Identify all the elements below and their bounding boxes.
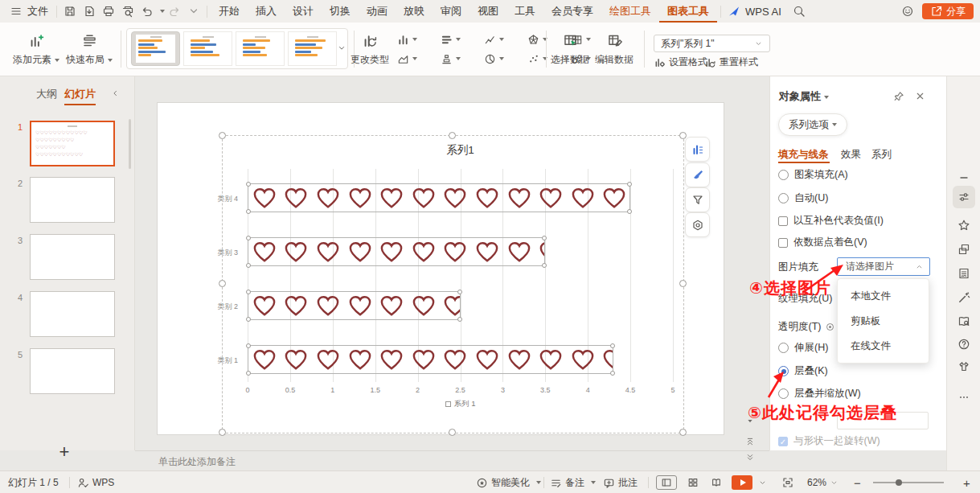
selection-handle[interactable] xyxy=(219,132,226,139)
selection-handle[interactable] xyxy=(679,429,687,436)
fit-screen-icon[interactable] xyxy=(781,476,794,489)
slide-thumbnail-4[interactable] xyxy=(30,291,115,337)
picture-menu-item-0[interactable]: 本地文件 xyxy=(838,284,929,309)
slideshow-play-button[interactable] xyxy=(732,475,752,490)
export-icon[interactable] xyxy=(80,0,99,23)
zoom-slider-knob[interactable] xyxy=(896,479,902,486)
tab-series[interactable]: 系列 xyxy=(871,148,892,162)
close-panel-icon[interactable] xyxy=(915,91,925,101)
wps-ai-label[interactable]: WPS AI xyxy=(744,0,789,23)
chart-style-thumb-4[interactable] xyxy=(288,31,337,66)
find-button[interactable] xyxy=(957,314,971,329)
radio-auto[interactable]: 自动(U) xyxy=(778,191,828,205)
chart-type-area-button[interactable] xyxy=(391,49,434,68)
slide-thumbnail-2[interactable] xyxy=(30,177,115,223)
sidebar-scrollbar[interactable] xyxy=(129,119,131,169)
slide-sorter-view-button[interactable] xyxy=(683,475,703,490)
menu-item-0[interactable]: 开始 xyxy=(211,0,248,23)
search-icon[interactable] xyxy=(789,0,809,23)
notes-bar[interactable]: 单击此处添加备注 xyxy=(135,450,769,470)
selection-handle[interactable] xyxy=(679,280,687,287)
slide-canvas[interactable]: 00.511.522.533.544.55系列1类别 4类别 3类别 2类别 1… xyxy=(158,103,724,434)
menu-item-2[interactable]: 设计 xyxy=(285,0,322,23)
chart-style-thumb-1[interactable] xyxy=(131,31,180,66)
smart-beautify-button[interactable]: 智能美化 xyxy=(476,471,541,493)
reading-view-button[interactable] xyxy=(706,475,727,490)
chart-type-tower-button[interactable] xyxy=(434,49,478,68)
properties-button[interactable] xyxy=(953,186,975,208)
add-slide-button[interactable]: + xyxy=(50,442,79,463)
change-type-button[interactable]: 更改类型 xyxy=(351,23,389,65)
play-options-caret[interactable] xyxy=(758,479,767,487)
slide-thumbnail-5[interactable] xyxy=(30,348,115,394)
set-format-button[interactable]: 设置格式 xyxy=(654,55,707,69)
selection-handle[interactable] xyxy=(219,280,226,287)
tab-chart-tools[interactable]: 图表工具 xyxy=(659,0,717,23)
menu-item-7[interactable]: 视图 xyxy=(469,0,506,23)
series-selector-dropdown[interactable]: 系列"系列 1" xyxy=(654,35,770,52)
radio-stack[interactable]: 层叠(K) xyxy=(778,364,828,378)
gallery-more-icon[interactable] xyxy=(337,43,346,53)
tab-fill-line[interactable]: 填充与线条 xyxy=(778,148,829,162)
menu-item-5[interactable]: 放映 xyxy=(396,0,433,23)
collapse-sidebar-icon[interactable] xyxy=(110,88,120,98)
chart-type-pie-button[interactable] xyxy=(478,49,521,68)
picture-menu-item-2[interactable]: 在线文件 xyxy=(838,334,929,359)
task-pane-button[interactable] xyxy=(957,266,971,281)
select-data-button[interactable]: 选择数据 xyxy=(551,23,589,65)
radio-stretch[interactable]: 伸展(H) xyxy=(778,341,828,355)
menu-item-3[interactable]: 切换 xyxy=(322,0,359,23)
picture-menu-item-1[interactable]: 剪贴板 xyxy=(838,309,929,334)
selection-handle[interactable] xyxy=(449,132,456,139)
chart-filter-button[interactable] xyxy=(685,187,710,212)
tab-slides[interactable]: 幻灯片 xyxy=(64,87,96,105)
slide-thumbnail-3[interactable] xyxy=(30,234,115,280)
print-preview-icon[interactable] xyxy=(118,0,137,23)
quick-layout-button[interactable]: 快速布局 xyxy=(66,23,113,65)
chart-style-thumb-3[interactable] xyxy=(236,31,285,66)
service-icon[interactable] xyxy=(898,0,917,23)
redo-icon[interactable] xyxy=(165,0,184,23)
checkbox-vary-colors[interactable]: 依数据点着色(V) xyxy=(778,236,867,249)
normal-view-button[interactable] xyxy=(656,475,677,490)
save-icon[interactable] xyxy=(60,0,80,23)
wps-ai-icon[interactable] xyxy=(724,0,744,23)
menu-item-6[interactable]: 审阅 xyxy=(433,0,469,23)
menu-item-8[interactable]: 工具 xyxy=(506,0,543,23)
chart-style-thumb-2[interactable] xyxy=(183,31,232,66)
selection-handle[interactable] xyxy=(449,429,456,436)
chart-type-bar-button[interactable] xyxy=(434,30,478,49)
menu-item-1[interactable]: 插入 xyxy=(248,0,285,23)
undo-icon[interactable] xyxy=(137,0,157,23)
zoom-level-button[interactable]: 62% xyxy=(807,471,839,493)
selection-handle[interactable] xyxy=(219,429,226,436)
zoom-slider-track[interactable] xyxy=(873,482,944,483)
chart-type-column-button[interactable] xyxy=(391,30,434,49)
tab-effects[interactable]: 效果 xyxy=(841,148,861,162)
comments-button[interactable]: 批注 xyxy=(603,471,638,493)
star-button[interactable] xyxy=(957,218,971,232)
wps-check-button[interactable]: WPS xyxy=(77,471,114,493)
skin-button[interactable] xyxy=(957,359,971,374)
zoom-in-button[interactable]: + xyxy=(963,471,970,493)
redo-caret-icon[interactable] xyxy=(184,0,203,23)
previous-slide-icon[interactable] xyxy=(744,436,756,447)
menu-item-9[interactable]: 会员专享 xyxy=(543,0,601,23)
chart-type-line-button[interactable] xyxy=(478,30,521,49)
magic-wand-button[interactable] xyxy=(957,290,971,305)
zoom-out-button[interactable]: − xyxy=(854,471,861,493)
series-options-dropdown[interactable]: 系列选项 xyxy=(778,113,847,136)
checkbox-invert-negative[interactable]: 以互补色代表负值(I) xyxy=(778,214,884,228)
notes-button[interactable]: 备注 xyxy=(550,471,596,493)
chart-style-brush-button[interactable] xyxy=(685,162,710,187)
radio-pattern-fill[interactable]: 图案填充(A) xyxy=(778,168,848,182)
radio-stack-and-scale[interactable]: 层叠并缩放(W) xyxy=(778,387,861,401)
reset-style-button[interactable]: 重置样式 xyxy=(704,55,758,69)
edit-data-button[interactable]: 编辑数据 xyxy=(595,23,634,65)
slide-thumbnail-1[interactable]: ♡♡♡♡♡♡♡♡♡♡♡♡♡♡♡♡♡♡♡♡♡♡♡♡♡♡♡♡♡♡♡♡♡♡♡♡♡♡♡ xyxy=(30,121,115,166)
chart-elements-button[interactable] xyxy=(685,137,710,162)
add-element-button[interactable]: 添加元素 xyxy=(13,23,59,65)
tab-outline[interactable]: 大纲 xyxy=(36,87,57,101)
chart-settings-button[interactable] xyxy=(685,212,710,237)
menu-item-4[interactable]: 动画 xyxy=(359,0,396,23)
